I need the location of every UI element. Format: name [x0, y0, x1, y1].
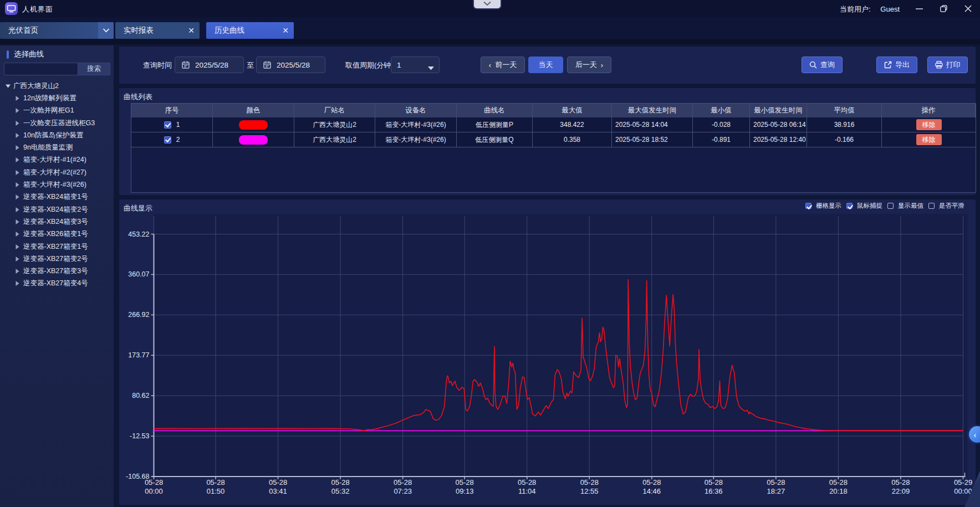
search-icon: [809, 61, 817, 69]
x-tick-date: 05-28: [580, 478, 599, 486]
period-select[interactable]: 1: [391, 57, 440, 73]
checked-checkbox[interactable]: [805, 203, 811, 209]
tree-item[interactable]: 箱变-大坪村-#3(#26): [0, 178, 114, 191]
tree-item[interactable]: 一次舱变压器进线柜G3: [0, 117, 114, 129]
unchecked-checkbox[interactable]: [928, 203, 935, 209]
chart-option: 显示最值: [887, 202, 923, 210]
curve-color-swatch[interactable]: [239, 120, 268, 130]
checked-checkbox[interactable]: [846, 203, 853, 209]
tree-item-label: 9n电能质量监测: [23, 143, 73, 152]
caret-right-icon[interactable]: [16, 281, 21, 286]
search-input[interactable]: [4, 63, 78, 75]
tree-item-label: 广西大塘灵山2: [13, 81, 59, 91]
caret-right-icon[interactable]: [16, 157, 21, 162]
tree-item[interactable]: 12n故障解列装置: [0, 92, 114, 104]
tree-item[interactable]: 逆变器-XB27箱变3号: [0, 265, 114, 277]
caret-right-icon[interactable]: [16, 257, 21, 262]
caret-right-icon[interactable]: [16, 108, 21, 113]
row-checkbox[interactable]: [164, 121, 171, 129]
min-value: -0.028: [712, 121, 731, 129]
table-row: 1广西大塘灵山2箱变-大坪村-#3(#26)低压侧测量P348.4222025-…: [131, 117, 976, 132]
unchecked-checkbox[interactable]: [887, 203, 894, 209]
caret-right-icon[interactable]: [16, 269, 21, 274]
prev-day-button[interactable]: ‹ 前一天: [481, 57, 525, 73]
next-day-label: 后一天: [575, 60, 597, 70]
today-label: 当天: [539, 60, 553, 70]
caret-right-icon[interactable]: [16, 133, 21, 138]
tree-item[interactable]: 箱变-大坪村-#2(#27): [0, 166, 114, 178]
row-checkbox[interactable]: [164, 136, 171, 144]
x-tick-time: 16:36: [705, 487, 723, 495]
current-user-name: Guest: [880, 5, 900, 13]
period-label: 取值周期(分钟): [345, 60, 394, 70]
next-day-button[interactable]: 后一天 ›: [567, 57, 611, 73]
date-from-value: 2025/5/28: [195, 61, 228, 69]
caret-right-icon[interactable]: [16, 194, 21, 199]
window-controls: [907, 0, 980, 17]
minimize-button[interactable]: [907, 0, 931, 17]
curve-color-swatch[interactable]: [239, 135, 268, 145]
caret-right-icon[interactable]: [16, 232, 21, 237]
date-to-field[interactable]: 2025/5/28: [256, 57, 325, 73]
chart-option: 是否平滑: [928, 202, 964, 210]
curve-table-header: 序号颜色厂站名设备名曲线名最大值最大值发生时间最小值最小值发生时间平均值操作: [131, 104, 976, 117]
caret-right-icon[interactable]: [16, 96, 21, 101]
today-button[interactable]: 当天: [528, 57, 563, 73]
close-button[interactable]: [956, 0, 980, 17]
x-tick-date: 05-28: [206, 478, 224, 486]
history-curve-chart[interactable]: 453.22360.07266.92173.7780.62-12.53-105.…: [119, 199, 976, 505]
avg-value: 38.916: [834, 121, 855, 129]
export-icon: [884, 61, 892, 69]
app-logo-icon: [5, 2, 18, 15]
tree-item-label: 箱变-大坪村-#3(#26): [23, 180, 86, 190]
period-value: 1: [397, 61, 401, 69]
x-tick-date: 05-29: [954, 478, 972, 486]
chevron-right-icon: ›: [601, 61, 603, 69]
caret-right-icon[interactable]: [16, 207, 21, 212]
tree-item[interactable]: 逆变器-XB27箱变4号: [0, 278, 114, 290]
column-header: 颜色: [213, 104, 294, 117]
curve-search: 搜索: [4, 63, 110, 75]
tree-item[interactable]: 逆变器-XB26箱变1号: [0, 228, 114, 240]
tree-item[interactable]: 逆变器-XB24箱变3号: [0, 216, 114, 228]
tab-dropdown-icon[interactable]: [98, 22, 114, 39]
min-value: -0.891: [712, 136, 731, 144]
tree-item[interactable]: 9n电能质量监测: [0, 141, 114, 153]
tree-item[interactable]: 逆变器-XB24箱变2号: [0, 203, 114, 216]
caret-right-icon[interactable]: [16, 182, 21, 187]
remove-button[interactable]: 移除: [916, 119, 942, 130]
x-tick-time: 00:00: [954, 487, 972, 495]
x-tick-date: 05-28: [891, 478, 910, 486]
tree-item[interactable]: 10n防孤岛保护装置: [0, 129, 114, 141]
tab-history-curve[interactable]: 历史曲线 ✕: [206, 22, 294, 39]
tree-item[interactable]: 逆变器-XB27箱变2号: [0, 253, 114, 265]
restore-button[interactable]: [931, 0, 956, 17]
caret-right-icon[interactable]: [16, 170, 21, 175]
x-tick-time: 03:41: [269, 487, 287, 495]
tab-realtime-close-icon[interactable]: ✕: [183, 26, 200, 35]
tab-pv-home[interactable]: 光伏首页: [0, 22, 114, 39]
caret-down-icon[interactable]: [6, 84, 11, 88]
chart-option: 鼠标捕捉: [846, 202, 882, 210]
export-button[interactable]: 导出: [876, 57, 917, 73]
tree-item[interactable]: 箱变-大坪村-#1(#24): [0, 154, 114, 166]
caret-right-icon[interactable]: [16, 219, 21, 224]
tree-item[interactable]: 逆变器-XB24箱变1号: [0, 191, 114, 203]
caret-right-icon[interactable]: [16, 121, 21, 126]
top-collapse-handle[interactable]: [473, 0, 502, 9]
tree-item[interactable]: 一次舱并网柜G1: [0, 105, 114, 117]
tree-item[interactable]: 广西大塘灵山2: [0, 80, 114, 92]
print-button[interactable]: 打印: [927, 57, 968, 73]
tab-history-close-icon[interactable]: ✕: [277, 26, 294, 35]
caret-right-icon[interactable]: [16, 145, 21, 150]
search-button[interactable]: 搜索: [78, 63, 110, 75]
date-from-field[interactable]: 2025/5/28: [175, 57, 244, 73]
station-name: 广西大塘灵山2: [313, 135, 356, 145]
query-button[interactable]: 查询: [802, 57, 843, 73]
remove-button[interactable]: 移除: [916, 134, 942, 145]
tab-realtime-report[interactable]: 实时报表 ✕: [115, 22, 200, 39]
sidebar-title: 选择曲线: [14, 49, 44, 59]
sidebar-header: 选择曲线: [0, 49, 44, 59]
tree-item[interactable]: 逆变器-XB27箱变1号: [0, 240, 114, 253]
caret-right-icon[interactable]: [16, 244, 21, 249]
